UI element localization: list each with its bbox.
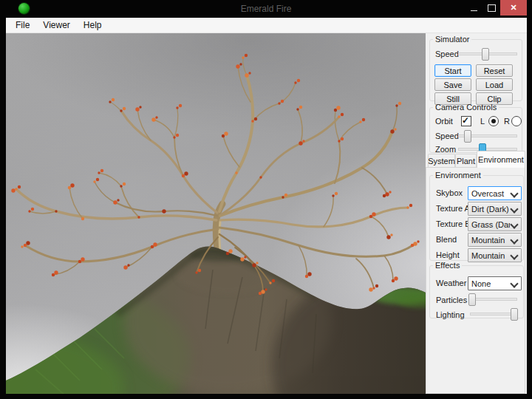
menu-file[interactable]: File <box>9 18 36 32</box>
tab-system[interactable]: System <box>428 154 455 167</box>
load-button[interactable]: Load <box>476 78 513 91</box>
chevron-down-icon <box>510 189 518 197</box>
texture-a-label: Texture A <box>436 204 470 213</box>
slider-thumb[interactable] <box>482 48 489 61</box>
chevron-down-icon <box>510 279 518 287</box>
reset-button[interactable]: Reset <box>476 64 513 77</box>
slider-thumb[interactable] <box>468 293 476 306</box>
menu-viewer[interactable]: Viewer <box>36 18 76 32</box>
viewport-3d[interactable] <box>6 33 426 394</box>
orbit-right-radio[interactable] <box>511 116 522 126</box>
environment-group: Environment Skybox Overcast Texture A Di… <box>429 171 524 261</box>
tab-plant[interactable]: Plant <box>455 154 477 167</box>
chevron-down-icon <box>510 220 518 228</box>
chevron-down-icon <box>510 251 518 259</box>
lighting-label: Lighting <box>436 310 465 319</box>
camera-speed-label: Speed <box>435 132 459 140</box>
chevron-down-icon <box>510 236 518 244</box>
minimize-icon <box>471 10 477 11</box>
scene-svg <box>6 33 426 394</box>
menu-help[interactable]: Help <box>77 18 109 32</box>
skybox-label: Skybox <box>436 188 463 197</box>
effects-group-title: Effects <box>433 261 462 270</box>
simulator-speed-slider[interactable] <box>458 48 517 59</box>
app-window: Emerald Fire ✕ File Viewer Help <box>0 0 532 399</box>
particles-slider[interactable] <box>470 293 517 304</box>
slider-track <box>470 298 517 301</box>
orbit-left-radio[interactable] <box>488 116 499 126</box>
window-title: Emerald Fire <box>0 4 532 14</box>
camera-controls-title: Camera Controls <box>433 103 499 112</box>
maximize-button[interactable] <box>484 0 499 16</box>
lighting-slider[interactable] <box>470 308 517 319</box>
environment-group-title: Environment <box>433 171 483 180</box>
texture-b-select[interactable]: Grass (Dark) <box>468 217 522 231</box>
simulator-group-title: Simulator <box>433 35 471 44</box>
close-button[interactable]: ✕ <box>500 0 527 16</box>
camera-controls-group: Camera Controls Orbit L R Speed Zoom <box>429 103 522 153</box>
weather-select[interactable]: None <box>468 276 522 290</box>
orbit-checkbox[interactable] <box>461 116 471 126</box>
environment-tab-page: Environment Skybox Overcast Texture A Di… <box>426 167 525 394</box>
effects-group: Effects Weather None Particles Lighting <box>429 261 524 318</box>
orbit-label: Orbit <box>435 117 453 126</box>
skybox-select[interactable]: Overcast <box>468 186 522 200</box>
hill <box>6 246 426 394</box>
blend-label: Blend <box>436 235 457 244</box>
weather-label: Weather <box>436 279 466 287</box>
menubar: File Viewer Help <box>6 18 527 33</box>
slider-thumb[interactable] <box>511 308 518 321</box>
close-icon: ✕ <box>510 3 516 13</box>
texture-b-label: Texture B <box>436 219 470 228</box>
simulator-speed-label: Speed <box>435 50 459 58</box>
orbit-right-label: R <box>504 117 510 126</box>
start-button[interactable]: Start <box>434 64 471 77</box>
titlebar[interactable]: Emerald Fire ✕ <box>0 0 532 18</box>
chevron-down-icon <box>510 205 518 213</box>
tab-environment[interactable]: Environment <box>477 151 525 168</box>
height-label: Height <box>436 250 460 259</box>
camera-speed-slider[interactable] <box>458 130 517 141</box>
texture-a-select[interactable]: Dirt (Dark) <box>468 202 522 216</box>
blend-select[interactable]: Mountain <box>468 233 522 247</box>
save-button[interactable]: Save <box>434 78 471 91</box>
control-panel: Simulator Speed Start Reset Save Load St… <box>426 33 527 394</box>
simulator-group: Simulator Speed Start Reset Save Load St… <box>429 35 522 101</box>
orbit-left-label: L <box>480 117 485 126</box>
minimize-button[interactable] <box>466 0 481 16</box>
particles-label: Particles <box>436 296 467 304</box>
maximize-icon <box>488 4 496 12</box>
slider-thumb[interactable] <box>464 130 471 143</box>
camera-zoom-label: Zoom <box>435 145 456 154</box>
